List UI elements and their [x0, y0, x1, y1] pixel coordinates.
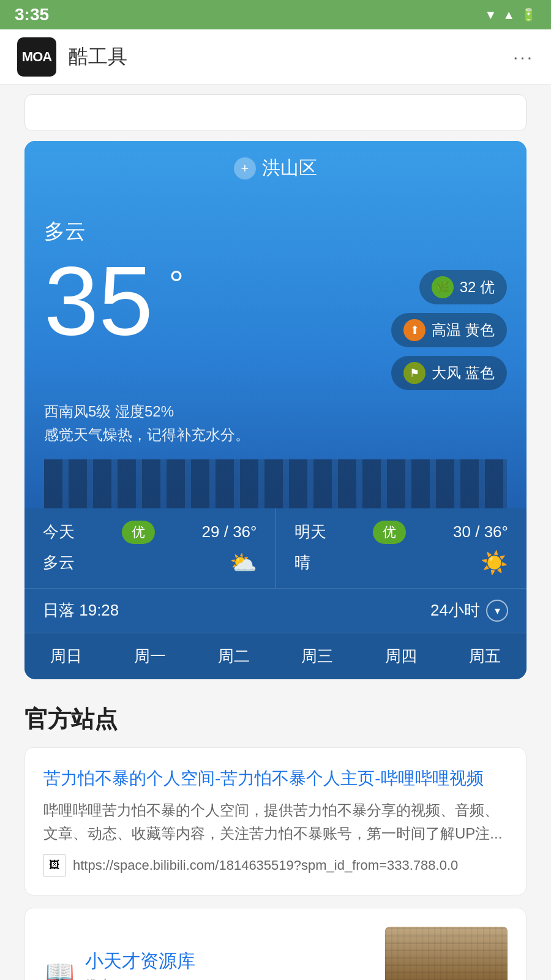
signal-icon: ▲: [503, 8, 515, 22]
result-card-tag: 推广: [85, 976, 195, 980]
location-name: 洪山区: [262, 156, 317, 181]
high-temp-badge: ⬆ 高温 黄色: [391, 313, 507, 347]
hours24-label: 24小时: [430, 600, 480, 621]
tomorrow-weather-icon: ☀️: [481, 550, 508, 576]
app-menu-button[interactable]: ···: [513, 47, 534, 67]
expand-button[interactable]: ▾: [486, 600, 508, 622]
week-day-label-5: 周五: [469, 647, 501, 665]
today-top: 今天 优 29 / 36°: [43, 521, 257, 544]
weather-degree: °: [169, 263, 184, 305]
sunset-right: 24小时 ▾: [430, 600, 508, 622]
search-card[interactable]: [24, 94, 527, 131]
weather-today-cell: 今天 优 29 / 36° 多云 ⛅: [24, 508, 276, 588]
section-title: 官方站点: [0, 679, 551, 747]
weather-top: + 洪山区 多云 35 ° 🌿 32 优 ⬆ 高温 黄色 ⚑: [24, 141, 527, 508]
wind-badge: ⚑ 大风 蓝色: [391, 356, 507, 390]
today-label: 今天: [43, 521, 75, 543]
today-weather-icon: ⛅: [230, 550, 257, 576]
week-day-label-3: 周三: [301, 647, 333, 665]
tomorrow-bottom: 晴 ☀️: [294, 550, 509, 576]
weather-sunset-row: 日落 19:28 24小时 ▾: [24, 588, 527, 633]
tomorrow-condition: 晴: [294, 552, 310, 573]
tomorrow-badge: 优: [373, 521, 406, 544]
air-quality-label: 32 优: [460, 277, 495, 297]
building-image: [385, 927, 508, 980]
result-desc-bilibili: 哔哩哔哩苦力怕不暴的个人空间，提供苦力怕不暴分享的视频、音频、文章、动态、收藏等…: [43, 799, 508, 846]
result-title-bilibili: 苦力怕不暴的个人空间-苦力怕不暴个人主页-哔哩哔哩视频: [43, 766, 508, 790]
result-name-col: 小天才资源库 推广: [85, 949, 195, 980]
high-temp-icon: ⬆: [403, 319, 425, 341]
today-condition: 多云: [43, 552, 75, 573]
tomorrow-label: 明天: [294, 521, 326, 543]
week-day-label-0: 周日: [50, 647, 82, 665]
weather-condition: 多云: [44, 217, 507, 246]
weather-today-row: 今天 优 29 / 36° 多云 ⛅ 明天 优 30 / 36° 晴 ☀️: [24, 508, 527, 588]
app-title: 酷工具: [69, 43, 127, 70]
weather-detail: 西南风5级 湿度52% 感觉天气燥热，记得补充水分。: [44, 400, 507, 447]
weather-wind-humidity: 西南风5级 湿度52%: [44, 400, 507, 423]
result-card-xiaotian-content: 📖 小天才资源库 推广: [43, 949, 370, 980]
air-quality-badge: 🌿 32 优: [419, 270, 507, 304]
location-plus-button[interactable]: +: [234, 157, 256, 179]
status-icons: ▼ ▲ 🔋: [484, 7, 536, 22]
high-temp-label: 高温 黄色: [432, 320, 495, 340]
weather-widget: + 洪山区 多云 35 ° 🌿 32 优 ⬆ 高温 黄色 ⚑: [24, 141, 527, 679]
week-day-label-4: 周四: [385, 647, 417, 665]
week-day-1: 周一: [108, 633, 192, 679]
result-card-image: [385, 927, 508, 980]
air-quality-icon: 🌿: [432, 276, 454, 298]
week-day-label-2: 周二: [218, 647, 250, 665]
city-skyline: [44, 459, 507, 508]
sunset-label: 日落 19:28: [43, 600, 119, 621]
weather-feeling: 感觉天气燥热，记得补充水分。: [44, 423, 507, 447]
today-bottom: 多云 ⛅: [43, 550, 257, 576]
book-icon: 📖: [43, 956, 75, 980]
result-card-bilibili[interactable]: 苦力怕不暴的个人空间-苦力怕不暴个人主页-哔哩哔哩视频 哔哩哔哩苦力怕不暴的个人…: [24, 747, 527, 895]
status-time: 3:35: [15, 5, 49, 24]
tomorrow-temp: 30 / 36°: [453, 522, 508, 541]
tomorrow-top: 明天 优 30 / 36°: [294, 521, 509, 544]
app-logo: MOA: [17, 37, 56, 77]
result-url-row-bilibili: 🖼 https://space.bilibili.com/1814635519?…: [43, 854, 508, 876]
week-day-label-1: 周一: [134, 647, 166, 665]
weather-tomorrow-cell: 明天 优 30 / 36° 晴 ☀️: [276, 508, 527, 588]
weather-temperature: 35: [44, 246, 153, 355]
week-day-4: 周四: [359, 633, 443, 679]
app-header-left: MOA 酷工具: [17, 37, 127, 77]
week-day-0: 周日: [24, 633, 108, 679]
week-day-3: 周三: [276, 633, 359, 679]
wind-icon: ⚑: [403, 362, 425, 384]
result-icon-row: 📖 小天才资源库 推广: [43, 949, 370, 980]
result-url-bilibili: https://space.bilibili.com/1814635519?sp…: [73, 858, 458, 873]
wifi-icon: ▼: [484, 8, 497, 22]
wind-label: 大风 蓝色: [432, 363, 495, 383]
today-badge: 优: [122, 521, 155, 544]
app-header: MOA 酷工具 ···: [0, 29, 551, 85]
weather-temp-row: 35 ° 🌿 32 优 ⬆ 高温 黄色 ⚑ 大风 蓝色: [44, 252, 507, 390]
week-day-2: 周二: [192, 633, 276, 679]
weather-badges: 🌿 32 优 ⬆ 高温 黄色 ⚑ 大风 蓝色: [391, 270, 507, 390]
result-card-xiaotian[interactable]: 📖 小天才资源库 推广: [24, 908, 527, 980]
result-favicon-bilibili: 🖼: [43, 854, 66, 876]
today-temp: 29 / 36°: [202, 522, 257, 541]
week-day-5: 周五: [443, 633, 527, 679]
battery-icon: 🔋: [521, 7, 536, 22]
weather-week-row: 周日 周一 周二 周三 周四 周五: [24, 633, 527, 679]
weather-location: + 洪山区: [44, 156, 507, 181]
result-card-name: 小天才资源库: [85, 949, 195, 974]
status-bar: 3:35 ▼ ▲ 🔋: [0, 0, 551, 29]
